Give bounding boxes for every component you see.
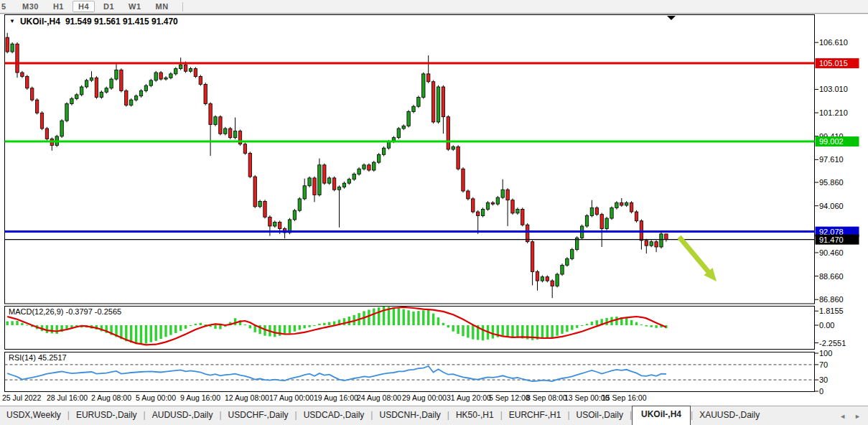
chart-ohlc-values: 91.549 91.561 91.415 91.470 [65,17,178,27]
timeframe-button-H4[interactable]: H4 [73,1,95,12]
rsi-tick-label: 30 [819,375,828,384]
macd-indicator-label: MACD(12,26,9) -0.3797 -0.2565 [9,307,121,316]
tabs-scroll-left-icon[interactable]: ◄ [839,413,846,420]
toolbar-separator [182,2,183,11]
timeframe-button-D1[interactable]: D1 [98,1,120,12]
tab-usdchf-daily[interactable]: USDCHF-,Daily [222,406,295,425]
time-axis-label: 5 Aug 00:00 [136,393,176,402]
tab-xauusd-daily[interactable]: XAUUSD-,Daily [693,406,766,425]
price-panel-frame [5,15,815,304]
chart-menu-arrow-icon[interactable]: ▼ [9,18,15,25]
timeframe-toolbar: 5M30H1H4D1W1MN [0,0,868,14]
price-tick-label: 86.860 [819,295,844,304]
time-axis-label: 19 Aug 16:00 [314,393,358,402]
tab-eurusd-daily[interactable]: EURUSD-,Daily [70,406,144,425]
tab-audusd-daily[interactable]: AUDUSD-,Daily [146,406,220,425]
time-axis-label: 2 Aug 08:00 [91,393,131,402]
time-axis-label: 9 Aug 16:00 [180,393,220,402]
tabs-scroll-right-icon[interactable]: ► [854,413,861,420]
tab-usdx-weekly[interactable]: USDX,Weekly [0,406,67,425]
time-axis-label: 24 Aug 08:00 [357,393,401,402]
price-tick-label: 103.010 [819,85,848,93]
time-axis-label: 31 Aug 20:00 [447,393,491,402]
price-badge-value: 91.470 [819,235,844,244]
chart-canvas[interactable]: 106.610103.010101.21099.41097.61095.8609… [0,0,868,425]
time-axis-label: 8 Sep 08:00 [526,393,567,402]
rsi-tick-label: 100 [819,349,832,358]
macd-tick-label: -2.2551 [819,339,846,347]
time-axis-label: 5 Sep 12:00 [489,393,530,402]
price-tick-label: 95.860 [819,178,844,187]
price-tick-label: 101.210 [819,108,848,117]
chart-title: ▼ UKOil-,H4 91.549 91.561 91.415 91.470 [9,17,178,27]
time-axis-label: 12 Aug 08:00 [225,393,269,402]
chart-symbol-label: UKOil-,H4 [20,17,60,27]
price-badge-value: 99.002 [819,137,844,146]
rsi-indicator-label: RSI(14) 45.2517 [9,353,67,362]
chart-tabs-bar: USDX,Weekly|EURUSD-,Daily|AUDUSD-,Daily|… [0,406,868,425]
tabs-scroll-nav: ◄► [839,406,868,425]
price-tick-label: 106.610 [819,38,848,47]
tab-usdcnh-daily[interactable]: USDCNH-,Daily [373,406,447,425]
macd-tick-label: 0.00 [819,321,834,330]
timeframe-button-M30[interactable]: M30 [17,1,45,12]
price-tick-label: 88.660 [819,272,844,281]
tab-usoil-daily[interactable]: USOil-,Daily [570,406,630,425]
tab-eurchf-h1[interactable]: EURCHF-,H1 [503,406,568,425]
timeframe-button-MN[interactable]: MN [150,1,174,12]
price-badge-value: 105.015 [819,59,848,67]
rsi-panel-frame [5,352,815,392]
tab-hk50-h1[interactable]: HK50-,H1 [449,406,500,425]
price-tick-label: 94.060 [819,202,844,210]
rsi-tick-label: 0 [819,387,823,396]
macd-tick-label: 1.8155 [819,307,844,315]
time-axis-label: 28 Jul 16:00 [47,393,88,402]
price-tick-label: 97.610 [819,155,844,164]
rsi-tick-label: 70 [819,360,828,369]
price-tick-label: 90.460 [819,248,844,257]
time-axis-label: 29 Aug 00:00 [402,393,447,402]
time-axis-label: 17 Aug 00:00 [269,393,314,402]
timeframe-button-5[interactable]: 5 [0,1,14,12]
time-axis-label: 25 Jul 2022 [2,393,41,402]
tab-usdcad-daily[interactable]: USDCAD-,Daily [297,406,371,425]
timeframe-button-H1[interactable]: H1 [47,1,70,12]
time-axis-label: 15 Sep 16:00 [602,393,647,402]
tab-ukoil-h4[interactable]: UKOil-,H4 [632,406,691,425]
timeframe-button-W1[interactable]: W1 [123,1,147,12]
